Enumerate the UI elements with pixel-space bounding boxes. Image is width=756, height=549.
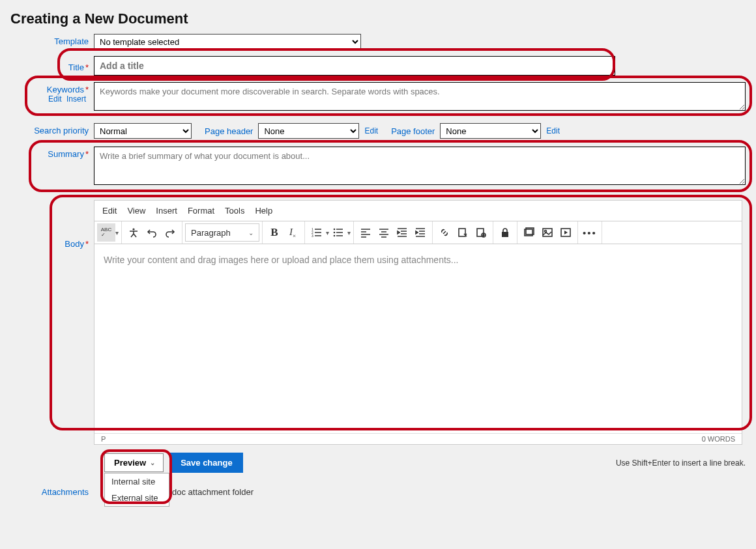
link-icon[interactable] (435, 223, 454, 242)
bullist-dropdown-icon[interactable]: ▾ (347, 229, 351, 236)
editor-menu-help[interactable]: Help (255, 206, 272, 216)
bold-icon[interactable]: B (265, 223, 284, 242)
image-icon[interactable] (538, 223, 557, 242)
search-priority-label: Search priority (10, 123, 94, 135)
keywords-edit-link[interactable]: Edit (48, 94, 62, 104)
preview-dropdown: Internal site External site (104, 473, 169, 507)
search-priority-select[interactable]: Normal (94, 123, 192, 139)
body-editor: Edit View Insert Format Tools Help ABC✓ … (94, 200, 742, 445)
summary-label: Summary* (10, 147, 94, 159)
page-header-label: Page header (205, 126, 253, 136)
svg-point-4 (334, 229, 336, 231)
outdent-icon[interactable] (393, 223, 411, 242)
page-footer-edit-link[interactable]: Edit (546, 126, 560, 135)
editor-path: P (101, 435, 106, 443)
preview-option-internal[interactable]: Internal site (105, 473, 169, 490)
linebreak-hint: Use Shift+Enter to insert a line break. (616, 458, 746, 468)
page-footer-select[interactable]: None (440, 123, 541, 139)
svg-rect-7 (459, 229, 465, 236)
editor-wordcount: 0 WORDS (702, 435, 735, 443)
video-icon[interactable] (557, 223, 575, 242)
page-header-select[interactable]: None (258, 123, 359, 139)
chevron-down-icon: ⌄ (150, 459, 155, 466)
align-center-icon[interactable] (375, 223, 393, 242)
editor-menu-format[interactable]: Format (188, 206, 214, 216)
accessibility-icon[interactable] (124, 223, 143, 242)
svg-point-0 (132, 228, 134, 230)
align-left-icon[interactable] (356, 223, 375, 242)
editor-menu-insert[interactable]: Insert (156, 206, 177, 216)
editor-toolbar: ABC✓ ▾ (94, 221, 742, 244)
svg-text:3: 3 (312, 234, 313, 238)
editor-statusbar: P 0 WORDS (94, 433, 742, 444)
spellcheck-dropdown-icon[interactable]: ▾ (115, 229, 119, 236)
editor-menu-tools[interactable]: Tools (225, 206, 244, 216)
redo-icon[interactable] (161, 223, 179, 242)
page-footer-label: Page footer (391, 126, 435, 136)
indent-icon[interactable] (411, 223, 429, 242)
svg-point-6 (334, 235, 336, 237)
title-label: Title* (10, 60, 94, 72)
more-icon[interactable]: ••• (581, 223, 599, 242)
svg-rect-10 (502, 232, 508, 237)
clear-format-icon[interactable]: I× (284, 223, 302, 242)
attachments-label: Attachments (10, 485, 94, 497)
save-button[interactable]: Save change (170, 453, 243, 473)
preview-option-external[interactable]: External site (105, 490, 169, 506)
lock-icon[interactable] (496, 223, 514, 242)
editor-menu-view[interactable]: View (127, 206, 145, 216)
keywords-textarea[interactable] (94, 82, 746, 111)
body-label: Body* (10, 200, 94, 249)
spellcheck-icon[interactable]: ABC✓ (97, 223, 115, 242)
bullet-list-icon[interactable] (329, 223, 347, 242)
svg-point-5 (334, 232, 336, 234)
summary-textarea[interactable] (94, 147, 746, 185)
preview-button[interactable]: Preview ⌄ (104, 453, 164, 472)
undo-icon[interactable] (143, 223, 161, 242)
image-gallery-icon[interactable] (520, 223, 538, 242)
keywords-label: Keywords* Edit Insert (10, 82, 94, 104)
page-header-edit-link[interactable]: Edit (364, 126, 378, 135)
keywords-insert-link[interactable]: Insert (66, 94, 86, 104)
numbered-list-icon[interactable]: 123 (308, 223, 326, 242)
paragraph-style-select[interactable]: Paragraph⌄ (185, 223, 259, 242)
editor-content-area[interactable]: Write your content and drag images here … (94, 244, 742, 433)
template-select[interactable]: No template selected (94, 34, 361, 49)
page-title: Creating a New Document (0, 0, 756, 34)
edit-link-icon[interactable] (454, 223, 472, 242)
editor-menu-edit[interactable]: Edit (102, 206, 117, 216)
attachments-folder-text: doc attachment folder (172, 487, 254, 497)
document-link-icon[interactable] (472, 223, 490, 242)
editor-menubar: Edit View Insert Format Tools Help (94, 201, 742, 221)
template-label: Template (10, 34, 94, 46)
title-input[interactable] (94, 56, 615, 76)
